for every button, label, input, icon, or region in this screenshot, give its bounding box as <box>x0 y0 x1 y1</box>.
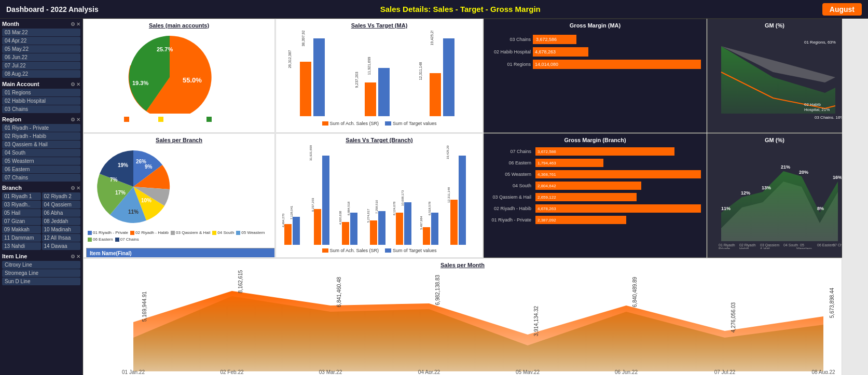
sidebar-item-month-3[interactable]: 05 May.22 <box>2 45 80 53</box>
svg-text:12,311,148: 12,311,148 <box>447 187 450 203</box>
main-account-title: Main Account <box>2 81 39 87</box>
svg-text:08 Aug.22: 08 Aug.22 <box>811 369 835 374</box>
sidebar-item-month-6[interactable]: 08 Aug.22 <box>2 70 80 78</box>
sidebar-item-r-5[interactable]: 05 Weastern <box>2 157 80 165</box>
clear-icon-r[interactable]: ✕ <box>76 117 80 122</box>
sidebar-item-month-2[interactable]: 04 Apr.22 <box>2 37 80 45</box>
sales-ma-legend: 01 Regions 02 Habib Hospital 03 Chains <box>87 117 271 122</box>
gm-ma-val-habib: 4,678,263 <box>535 49 556 54</box>
svg-text:26%: 26% <box>136 159 146 164</box>
sidebar-item-b-3[interactable]: 03 Riyadh.. <box>2 201 41 209</box>
sidebar-item-month-1[interactable]: 03 Mar.22 <box>2 29 80 36</box>
sales-vs-target-ma-chart: 26,312,387 38,397,920 01 Regions 9,237,2… <box>279 31 481 119</box>
svg-text:6,840,489.89: 6,840,489.89 <box>632 276 638 307</box>
svg-text:05 May.22: 05 May.22 <box>516 369 540 374</box>
sidebar-item-b-9[interactable]: 09 Makkah <box>2 226 41 233</box>
svt-ma-legend: Sum of Ach. Sales (SR) Sum of Target val… <box>279 121 479 126</box>
region-section: Region ⚙ ✕ 01 Riyadh - Private 02 Riyadh… <box>2 116 80 182</box>
gm-b-bar-chains: 3,672,586 <box>535 147 701 156</box>
sidebar-item-b-7[interactable]: 07 Gizan <box>2 217 41 225</box>
gm-b-row-qassiem: 03 Qassiem & Hail 2,659,122 <box>489 193 701 201</box>
filter-icon[interactable]: ⚙ <box>71 21 75 27</box>
svg-rect-59 <box>404 202 411 245</box>
svg-rect-5 <box>313 38 325 116</box>
sidebar-item-ma-3[interactable]: 03 Chains <box>2 105 80 113</box>
svg-text:9,237,203: 9,237,203 <box>355 72 359 88</box>
svg-rect-69 <box>459 156 466 245</box>
svg-text:03 Qassiem &: 03 Qassiem & <box>337 246 360 246</box>
legend-sales-dot <box>322 121 328 126</box>
sidebar-item-r-4[interactable]: 04 South <box>2 149 80 157</box>
sales-main-accounts-chart: 55.0% 19.3% 25.7% <box>87 31 263 114</box>
filter-icon-b[interactable]: ⚙ <box>71 185 75 191</box>
sidebar-item-r-2[interactable]: 02 Riyadh - Habib <box>2 132 80 140</box>
item-line-icons: ⚙ ✕ <box>71 254 80 259</box>
gm-b-label-south: 04 South <box>489 183 533 188</box>
sidebar-item-month-5[interactable]: 07 Jul.22 <box>2 62 80 70</box>
sidebar-item-b-10[interactable]: 10 Madinah <box>42 226 81 233</box>
sidebar-item-b-1[interactable]: 01 Riyadh 1 <box>2 192 41 200</box>
sidebar-item-b-5[interactable]: 05 Hail <box>2 209 41 217</box>
sidebar-item-b-4[interactable]: 04 Qassiem <box>42 201 81 209</box>
sidebar-item-ma-2[interactable]: 02 Habib Hospital <box>2 97 80 105</box>
sidebar-item-il-1[interactable]: Citroxy Line <box>2 261 80 269</box>
month-badge[interactable]: August <box>822 3 862 16</box>
sidebar-item-r-3[interactable]: 03 Qassiem & Hail <box>2 141 80 148</box>
svg-text:6,518,578: 6,518,578 <box>428 201 431 215</box>
svg-text:06 Eastern: 06 Eastern <box>817 243 835 247</box>
clear-icon-ma[interactable]: ✕ <box>76 81 80 87</box>
sidebar-item-b-8[interactable]: 08 Jeddah <box>42 217 81 225</box>
dashboard-title: Dashboard - 2022 Analysis <box>6 5 99 13</box>
sidebar-item-il-2[interactable]: Stromega Line <box>2 269 80 277</box>
sidebar-item-b-12[interactable]: 12 All Ihsaa <box>42 234 81 242</box>
svg-text:Weastern: Weastern <box>796 247 812 249</box>
svg-text:02 Habib: 02 Habib <box>804 102 821 107</box>
gm-ma-bar-fill-chains: 3,672,586 <box>533 35 576 44</box>
gm-b-fill-riyadh-habib: 4,678,263 <box>535 204 701 213</box>
sales-per-branch-panel: Sales per Branch <box>83 133 275 258</box>
gm-ma-val-chains: 3,672,586 <box>536 37 557 42</box>
filter-icon-il[interactable]: ⚙ <box>71 254 75 259</box>
sidebar: Month ⚙ ✕ 03 Mar.22 04 Apr.22 05 May.22 … <box>0 19 83 375</box>
clear-icon-il[interactable]: ✕ <box>76 254 80 259</box>
sidebar-item-b-6[interactable]: 06 Abha <box>42 209 81 217</box>
gm-b-val-eastern: 1,794,463 <box>538 161 556 165</box>
popup-title: Item Name(Final) <box>90 251 132 256</box>
gm-b-fill-south: 2,804,642 <box>535 182 641 190</box>
sidebar-item-il-3[interactable]: Sun D Line <box>2 277 80 285</box>
legend-habib: 02 Habib Hospital <box>158 117 202 122</box>
item-name-popup[interactable]: Item Name(Final) ⚙ ✕ Bellogsen s... Cell… <box>86 248 275 258</box>
sidebar-item-b-13[interactable]: 13 Nahdi <box>2 242 41 250</box>
gm-b-row-weastern: 05 Weastern 4,368,761 <box>489 170 701 178</box>
legend-riyadh-private: 01 Riyadh - Private <box>88 230 128 235</box>
sidebar-item-b-14[interactable]: 14 Dawaa <box>42 242 81 250</box>
svg-rect-13 <box>430 73 441 116</box>
sidebar-item-r-1[interactable]: 01 Riyadh - Private <box>2 124 80 132</box>
clear-icon[interactable]: ✕ <box>76 21 80 27</box>
item-line-section: Item Line ⚙ ✕ Citroxy Line Stromega Line… <box>2 253 80 285</box>
svg-text:6,841,460.48: 6,841,460.48 <box>336 276 342 307</box>
svg-rect-42 <box>322 156 329 245</box>
sidebar-item-ma-1[interactable]: 01 Regions <box>2 89 80 96</box>
gm-ma-bar-habib: 4,678,263 <box>533 47 701 57</box>
gm-b-fill-qassiem: 2,659,122 <box>535 193 637 201</box>
item-line-title: Item Line <box>2 253 27 259</box>
branch-row-2: 03 Riyadh.. 04 Qassiem <box>2 201 80 209</box>
sidebar-item-b-11[interactable]: 11 Dammam <box>2 234 41 242</box>
svg-text:01 Jan.22: 01 Jan.22 <box>122 369 145 374</box>
sidebar-item-r-6[interactable]: 06 Eastern <box>2 165 80 173</box>
legend-dot-yellow <box>158 117 163 122</box>
filter-icon-ma[interactable]: ⚙ <box>71 81 75 87</box>
item-line-header: Item Line ⚙ ✕ <box>2 253 80 259</box>
sidebar-item-month-4[interactable]: 06 Jun.22 <box>2 53 80 61</box>
gm-b-bar-weastern: 4,368,761 <box>535 170 701 178</box>
filter-icon-r[interactable]: ⚙ <box>71 117 75 122</box>
sidebar-item-b-2[interactable]: 02 Riyadh 2 <box>42 192 81 200</box>
gm-b-bar-south: 2,804,642 <box>535 182 701 190</box>
svg-text:04 South: 04 South <box>783 243 798 247</box>
sidebar-item-r-7[interactable]: 07 Chains <box>2 174 80 182</box>
clear-icon-b[interactable]: ✕ <box>76 185 80 191</box>
legend-chains: 03 Chains <box>206 117 235 122</box>
gm-ma-row-regions: 01 Regions 14,014,080 <box>489 60 701 69</box>
svg-text:05 Weastern: 05 Weastern <box>392 246 412 246</box>
